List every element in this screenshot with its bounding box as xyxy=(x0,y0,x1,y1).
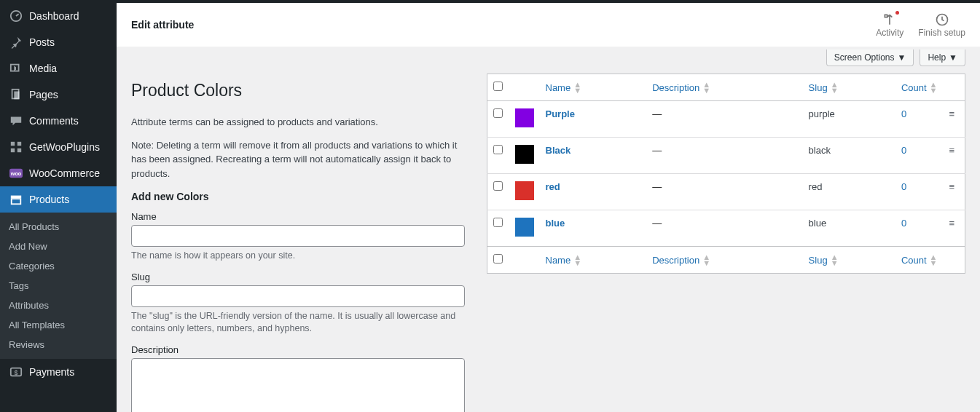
sidebar-item-payments[interactable]: $Payments xyxy=(0,359,117,385)
sort-icon: ▲▼ xyxy=(702,82,710,93)
note-text: Note: Deleting a term will remove it fro… xyxy=(131,138,465,181)
sort-icon: ▲▼ xyxy=(831,254,839,266)
term-description: — xyxy=(652,108,662,119)
name-help: The name is how it appears on your site. xyxy=(131,250,465,263)
sort-icon: ▲▼ xyxy=(831,82,839,93)
admin-sidebar: DashboardPostsMediaPagesCommentsGetWooPl… xyxy=(0,3,117,412)
sidebar-item-comments[interactable]: Comments xyxy=(0,108,117,134)
slug-input[interactable] xyxy=(131,285,465,307)
description-label: Description xyxy=(131,344,465,355)
term-count[interactable]: 0 xyxy=(901,108,906,119)
woo-icon: woo xyxy=(9,166,23,181)
select-all-checkbox-footer[interactable] xyxy=(493,254,503,264)
name-label: Name xyxy=(131,211,465,222)
svg-rect-3 xyxy=(14,92,19,100)
sidebar-item-media[interactable]: Media xyxy=(0,55,117,82)
intro-text: Attribute terms can be assigned to produ… xyxy=(131,115,465,130)
chevron-down-icon: ▼ xyxy=(898,52,906,63)
row-checkbox[interactable] xyxy=(493,145,503,154)
svg-rect-4 xyxy=(11,142,15,146)
term-name-link[interactable]: Black xyxy=(546,145,571,156)
add-heading: Add new Colors xyxy=(131,191,465,202)
help-tab[interactable]: Help ▼ xyxy=(920,49,965,66)
svg-rect-6 xyxy=(11,148,15,152)
dashboard-icon xyxy=(9,9,23,23)
activity-icon xyxy=(882,12,897,28)
term-description: — xyxy=(652,218,662,229)
col-description[interactable]: Description▲▼ xyxy=(646,74,802,101)
sidebar-item-posts[interactable]: Posts xyxy=(0,29,117,55)
sort-icon: ▲▼ xyxy=(702,254,710,266)
col-slug[interactable]: Slug▲▼ xyxy=(803,74,895,101)
sidebar-item-dashboard[interactable]: Dashboard xyxy=(0,3,117,29)
color-swatch xyxy=(515,145,534,164)
term-description: — xyxy=(652,181,662,192)
sort-icon: ▲▼ xyxy=(930,254,938,266)
chevron-down-icon: ▼ xyxy=(949,52,957,63)
svg-rect-7 xyxy=(17,148,21,152)
term-count[interactable]: 0 xyxy=(901,218,906,229)
activity-button[interactable]: Activity xyxy=(876,12,903,38)
submenu-item-categories[interactable]: Categories xyxy=(0,256,117,276)
col-count[interactable]: Count▲▼ xyxy=(895,74,944,101)
col-description-footer[interactable]: Description▲▼ xyxy=(646,247,802,274)
pages-icon xyxy=(9,87,23,102)
col-count-footer[interactable]: Count▲▼ xyxy=(895,247,944,274)
term-description: — xyxy=(652,145,662,156)
sidebar-item-getwooplugins[interactable]: GetWooPlugins xyxy=(0,134,117,160)
finish-setup-button[interactable]: Finish setup xyxy=(918,12,965,38)
page-title-small: Edit attribute xyxy=(131,19,194,31)
color-swatch xyxy=(515,218,534,237)
svg-rect-5 xyxy=(17,142,21,146)
screen-options-tab[interactable]: Screen Options ▼ xyxy=(826,49,914,66)
row-actions-icon[interactable]: ≡ xyxy=(944,210,965,247)
svg-rect-11 xyxy=(12,199,21,204)
submenu-item-all-templates[interactable]: All Templates xyxy=(0,315,117,335)
row-checkbox[interactable] xyxy=(493,181,503,191)
color-swatch xyxy=(515,108,534,127)
submenu-item-reviews[interactable]: Reviews xyxy=(0,335,117,354)
main-content: Edit attribute Activity Finish setup Scr… xyxy=(117,3,980,412)
term-name-link[interactable]: blue xyxy=(546,218,565,229)
description-input[interactable] xyxy=(131,358,465,413)
table-row: Purple—purple0≡ xyxy=(487,101,965,138)
slug-help: The "slug" is the URL-friendly version o… xyxy=(131,310,465,336)
row-checkbox[interactable] xyxy=(493,108,503,118)
term-count[interactable]: 0 xyxy=(901,145,906,156)
page-heading: Product Colors xyxy=(131,81,465,100)
table-row: blue—blue0≡ xyxy=(487,210,965,247)
archive-icon xyxy=(9,192,23,207)
term-slug: blue xyxy=(803,210,895,247)
submenu-item-add-new[interactable]: Add New xyxy=(0,237,117,256)
sidebar-item-woocommerce[interactable]: wooWooCommerce xyxy=(0,160,117,186)
row-actions-icon[interactable]: ≡ xyxy=(944,101,965,138)
term-name-link[interactable]: red xyxy=(546,181,560,192)
col-slug-footer[interactable]: Slug▲▼ xyxy=(803,247,895,274)
dollar-icon: $ xyxy=(9,365,23,379)
pin-icon xyxy=(9,35,23,49)
terms-table: Name▲▼ Description▲▼ Slug▲▼ Count▲▼ Purp… xyxy=(487,74,965,274)
row-actions-icon[interactable]: ≡ xyxy=(944,138,965,174)
term-name-link[interactable]: Purple xyxy=(546,108,575,119)
term-slug: red xyxy=(803,174,895,210)
sidebar-item-products[interactable]: Products xyxy=(0,186,117,213)
row-actions-icon[interactable]: ≡ xyxy=(944,174,965,210)
col-name-footer[interactable]: Name▲▼ xyxy=(540,247,647,274)
name-input[interactable] xyxy=(131,225,465,247)
submenu-item-all-products[interactable]: All Products xyxy=(0,217,117,237)
sidebar-item-pages[interactable]: Pages xyxy=(0,82,117,108)
color-swatch xyxy=(515,181,534,200)
grid-icon xyxy=(9,140,23,154)
top-bar: Edit attribute Activity Finish setup xyxy=(117,3,980,47)
submenu-item-attributes[interactable]: Attributes xyxy=(0,296,117,315)
submenu-item-tags[interactable]: Tags xyxy=(0,276,117,296)
term-slug: purple xyxy=(803,101,895,138)
slug-label: Slug xyxy=(131,272,465,282)
select-all-checkbox[interactable] xyxy=(493,82,503,91)
row-checkbox[interactable] xyxy=(493,218,503,227)
svg-text:$: $ xyxy=(14,369,17,376)
sort-icon: ▲▼ xyxy=(573,82,581,93)
svg-text:woo: woo xyxy=(10,170,22,177)
term-count[interactable]: 0 xyxy=(901,181,906,192)
col-name[interactable]: Name▲▼ xyxy=(540,74,647,101)
